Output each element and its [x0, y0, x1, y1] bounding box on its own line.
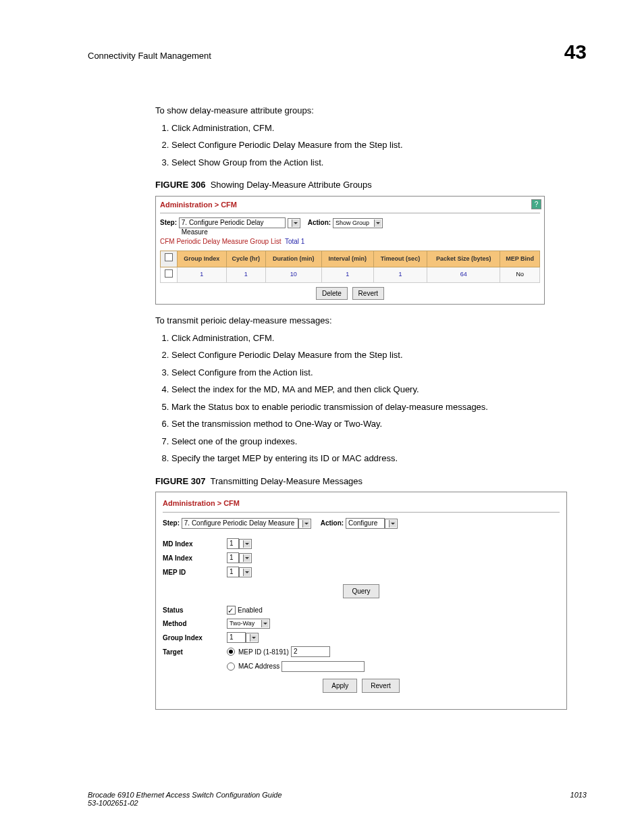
step-label: Step: [163, 519, 180, 527]
action-select[interactable]: Show Group [333, 218, 383, 228]
cell: 64 [427, 267, 500, 283]
help-icon[interactable]: ? [531, 199, 541, 209]
step-item: Select Configure Periodic Delay Measure … [171, 138, 587, 152]
group-index-select[interactable]: 1 [227, 632, 246, 643]
col-header: MEP Bind [500, 251, 540, 267]
step-item: Select Configure from the Action list. [171, 366, 587, 380]
method-select[interactable]: Two-Way [227, 619, 270, 629]
ma-index-select[interactable]: 1 [227, 552, 239, 563]
target-mep-input[interactable]: 2 [291, 646, 330, 657]
col-header: Packet Size (bytes) [427, 251, 500, 267]
step-item: Select one of the group indexes. [171, 435, 587, 448]
ma-index-label: MA Index [163, 553, 227, 563]
col-header: Timeout (sec) [373, 251, 427, 267]
target-mac-input[interactable] [281, 661, 365, 672]
checkbox-icon[interactable] [165, 253, 173, 261]
mep-id-dropdown-icon[interactable] [239, 567, 252, 577]
step-item: Click Administration, CFM. [171, 122, 587, 135]
revert-button[interactable]: Revert [352, 287, 384, 300]
status-label: Status [163, 605, 227, 615]
group-index-dropdown-icon[interactable] [246, 633, 259, 643]
md-index-select[interactable]: 1 [227, 538, 239, 549]
col-header: Cycle (hr) [226, 251, 265, 267]
target-mac-label: MAC Address [238, 661, 279, 671]
revert-button[interactable]: Revert [362, 679, 399, 693]
page-header-chapter: 43 [564, 41, 587, 63]
step-select[interactable]: 7. Configure Periodic Delay Measure [182, 518, 298, 529]
cell: 1 [373, 267, 427, 283]
page-header-section: Connectivity Fault Management [88, 51, 211, 61]
col-header: Group Index [178, 251, 227, 267]
target-mac-radio[interactable] [227, 662, 235, 671]
target-label: Target [163, 647, 227, 657]
breadcrumb: Administration > CFM [160, 199, 237, 211]
steps-list-1: Click Administration, CFM. Select Config… [155, 122, 587, 170]
group-list-table: Group Index Cycle (hr) Duration (min) In… [160, 251, 540, 283]
group-list-total: Total 1 [285, 238, 304, 245]
figure-306-label: FIGURE 306 [155, 180, 205, 190]
step-item: Select Show Group from the Action list. [171, 156, 587, 170]
group-list-title: CFM Periodic Delay Measure Group List [160, 238, 281, 245]
mep-id-label: MEP ID [163, 567, 227, 577]
figure-306-panel: Administration > CFM ? Step: 7. Configur… [155, 196, 545, 305]
table-row: 1 1 10 1 1 64 No [161, 267, 540, 283]
step-item: Set the transmission method to One-Way o… [171, 417, 587, 431]
delete-button[interactable]: Delete [316, 287, 348, 300]
step-dropdown-icon[interactable] [298, 519, 311, 529]
steps-list-2: Click Administration, CFM. Select Config… [155, 332, 587, 465]
step-dropdown-icon[interactable] [288, 218, 300, 228]
action-select[interactable]: Configure [346, 518, 385, 529]
step-item: Select the index for the MD, MA and MEP,… [171, 383, 587, 396]
intro-paragraph-2: To transmit perioic delay-measure messag… [155, 314, 587, 328]
action-label: Action: [308, 219, 331, 226]
figure-307-caption: Transmitting Delay-Measure Messages [210, 476, 363, 486]
ma-index-dropdown-icon[interactable] [239, 553, 252, 563]
cell: 10 [265, 267, 321, 283]
figure-307-panel: Administration > CFM Step: 7. Configure … [155, 492, 567, 710]
status-enabled-text: Enabled [238, 605, 263, 615]
checkbox-icon[interactable] [165, 269, 173, 278]
col-header: Interval (min) [321, 251, 373, 267]
group-index-label: Group Index [163, 633, 227, 643]
step-item: Click Administration, CFM. [171, 332, 587, 345]
header-checkbox-cell[interactable] [161, 251, 178, 267]
md-index-dropdown-icon[interactable] [239, 539, 252, 549]
action-dropdown-icon[interactable] [385, 519, 398, 529]
figure-307-label: FIGURE 307 [155, 476, 205, 486]
cell: No [500, 267, 540, 283]
md-index-label: MD Index [163, 539, 227, 549]
breadcrumb: Administration > CFM [163, 498, 560, 509]
step-select[interactable]: 7. Configure Periodic Delay Measure [179, 217, 286, 228]
target-mep-radio[interactable] [227, 648, 235, 656]
step-item: Select Configure Periodic Delay Measure … [171, 348, 587, 362]
row-checkbox-cell[interactable] [161, 267, 178, 283]
cell: 1 [321, 267, 373, 283]
action-label: Action: [321, 519, 344, 527]
step-label: Step: [160, 219, 177, 226]
apply-button[interactable]: Apply [323, 679, 357, 693]
footer-page-number: 1013 [570, 791, 587, 807]
footer-left: Brocade 6910 Ethernet Access Switch Conf… [88, 791, 282, 807]
status-checkbox[interactable] [227, 606, 236, 615]
cell: 1 [226, 267, 265, 283]
cell: 1 [178, 267, 227, 283]
mep-id-select[interactable]: 1 [227, 567, 239, 577]
query-button[interactable]: Query [343, 584, 379, 598]
step-item: Mark the Status box to enable periodic t… [171, 400, 587, 414]
col-header: Duration (min) [265, 251, 321, 267]
method-label: Method [163, 619, 227, 629]
figure-306-caption: Showing Delay-Measure Attribute Groups [211, 180, 372, 190]
step-item: Specify the target MEP by entering its I… [171, 452, 587, 465]
target-mep-label: MEP ID (1-8191) [238, 647, 289, 657]
intro-paragraph-1: To show delay-measure attribute groups: [155, 104, 587, 118]
